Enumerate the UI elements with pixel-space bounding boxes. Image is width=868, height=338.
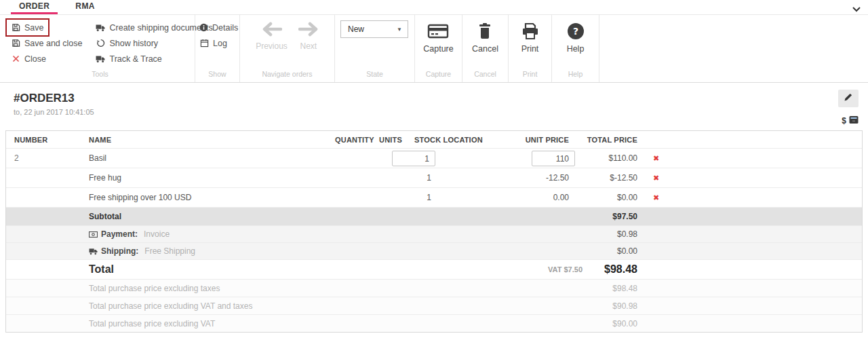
banknote-icon	[89, 231, 98, 238]
show-history-label: Show history	[109, 39, 158, 48]
col-header-name: NAME	[89, 131, 111, 148]
group-label-help: Help	[552, 70, 599, 78]
cancel-button[interactable]: Cancel	[472, 21, 498, 54]
tab-bar: ORDER RMA	[0, 0, 868, 15]
total-value: $98.48	[604, 260, 637, 279]
ribbon-group-state: New ▼ State	[335, 15, 415, 82]
currency-symbol: $	[842, 116, 846, 126]
ribbon-group-cancel: Cancel Cancel	[462, 15, 509, 82]
capture-button[interactable]: Capture	[423, 21, 453, 54]
col-header-unit-price: UNIT PRICE	[526, 131, 569, 148]
summary-label: Total purchase price excluding VAT and t…	[89, 297, 252, 314]
item-quantity: 1	[427, 188, 431, 207]
ribbon-group-help: ? Help Help	[552, 15, 599, 82]
save-icon	[11, 23, 20, 32]
subtotal-label: Subtotal	[89, 208, 121, 225]
subtotal-row: Subtotal $97.50	[6, 207, 862, 225]
ribbon-toolbar: Save Save and close Close Cr	[0, 15, 868, 83]
summary-row: Total purchase price excluding VAT and t…	[6, 297, 862, 314]
delete-item-icon[interactable]: ✖	[653, 154, 659, 163]
summary-value: $90.98	[612, 297, 637, 314]
delete-item-icon[interactable]: ✖	[653, 193, 659, 202]
payment-method: Invoice	[144, 229, 170, 239]
page-title: #ORDER13	[14, 92, 868, 105]
print-button[interactable]: Print	[521, 21, 540, 54]
item-name: Basil	[89, 149, 106, 168]
arrow-right-icon	[298, 21, 319, 39]
delete-item-icon[interactable]: ✖	[653, 174, 659, 183]
col-header-quantity: QUANTITY	[335, 131, 374, 148]
payment-label-wrap: Payment: Invoice	[89, 229, 170, 239]
ribbon-group-navigate: Previous Next Navigate orders	[240, 15, 335, 82]
col-header-stock-location: STOCK LOCATION	[414, 131, 483, 148]
shipping-label-wrap: Shipping: Free Shipping	[89, 246, 195, 256]
truck-icon	[96, 24, 105, 32]
col-header-total-price: TOTAL PRICE	[587, 131, 637, 148]
summary-value: $98.48	[612, 280, 637, 297]
ribbon-group-tools: Save Save and close Close Cr	[5, 15, 195, 82]
tab-order[interactable]: ORDER	[11, 0, 58, 14]
group-label-show: Show	[195, 70, 239, 78]
summary-value: $90.00	[612, 315, 637, 332]
truck-icon	[89, 248, 98, 255]
help-label: Help	[567, 44, 585, 54]
pencil-icon	[844, 92, 853, 105]
group-label-tools: Tools	[5, 70, 195, 78]
table-row-free-shipping: Free shipping over 100 USD 1 0.00 $0.00 …	[6, 187, 862, 207]
history-icon	[96, 39, 105, 48]
item-number: 2	[14, 149, 19, 168]
close-label: Close	[24, 54, 46, 64]
shipping-row: Shipping: Free Shipping $0.00	[6, 242, 862, 259]
details-label: Details	[212, 23, 238, 33]
group-label-capture: Capture	[415, 70, 462, 78]
arrow-left-icon	[262, 21, 282, 39]
item-unit-price: 0.00	[553, 188, 569, 207]
trash-icon	[477, 21, 493, 41]
help-button[interactable]: ? Help	[567, 21, 585, 54]
order-date: to, 22 jun 2017 10:41:05	[14, 108, 868, 116]
summary-row: Total purchase price excluding taxes $98…	[6, 279, 862, 297]
item-total-price: $0.00	[617, 188, 637, 207]
cancel-label: Cancel	[472, 44, 498, 54]
next-label: Next	[300, 41, 317, 51]
group-label-print: Print	[509, 70, 551, 78]
order-items-table: NUMBER NAME QUANTITY UNITS STOCK LOCATIO…	[5, 130, 863, 333]
item-quantity: 1	[427, 168, 431, 187]
log-label: Log	[213, 39, 227, 48]
save-and-close-button[interactable]: Save and close	[7, 35, 86, 51]
item-total-price: $-12.50	[610, 168, 637, 187]
details-button[interactable]: Details	[195, 20, 239, 35]
summary-label: Total purchase price excluding taxes	[89, 280, 220, 297]
shipping-amount: $0.00	[617, 243, 637, 259]
log-button[interactable]: Log	[195, 35, 239, 51]
group-label-cancel: Cancel	[462, 70, 508, 78]
col-header-units: UNITS	[379, 131, 402, 148]
chevron-down-icon[interactable]	[852, 3, 861, 10]
shipping-method: Free Shipping	[144, 246, 195, 256]
help-icon: ?	[567, 21, 585, 41]
tab-rma[interactable]: RMA	[67, 0, 103, 14]
save-label: Save	[24, 23, 44, 33]
track-trace-label: Track & Trace	[109, 54, 161, 64]
close-icon	[11, 55, 20, 62]
ribbon-group-show: Details Log Show	[195, 15, 240, 82]
save-and-close-label: Save and close	[24, 39, 82, 48]
unit-price-input[interactable]	[532, 151, 575, 166]
table-row-basil: 2 Basil $110.00 ✖	[6, 148, 862, 168]
edit-order-button[interactable]	[838, 90, 859, 107]
save-button[interactable]: Save	[7, 20, 48, 35]
item-total-price: $110.00	[609, 149, 638, 168]
close-button[interactable]: Close	[7, 51, 86, 67]
credit-card-icon	[427, 21, 449, 41]
previous-label: Previous	[256, 41, 288, 51]
order-state-select[interactable]: New ▼	[340, 20, 408, 38]
save-annotation-box: Save	[5, 18, 50, 37]
currency-toggle[interactable]: $	[842, 115, 859, 127]
order-state-value: New	[348, 24, 364, 34]
ribbon-group-capture: Capture Capture	[415, 15, 462, 82]
vat-amount: VAT $7.50	[548, 260, 583, 279]
table-row-free-hug: Free hug 1 -12.50 $-12.50 ✖	[6, 168, 862, 187]
total-label: Total	[89, 260, 114, 279]
quantity-input[interactable]	[392, 151, 435, 166]
table-header-row: NUMBER NAME QUANTITY UNITS STOCK LOCATIO…	[6, 131, 862, 148]
